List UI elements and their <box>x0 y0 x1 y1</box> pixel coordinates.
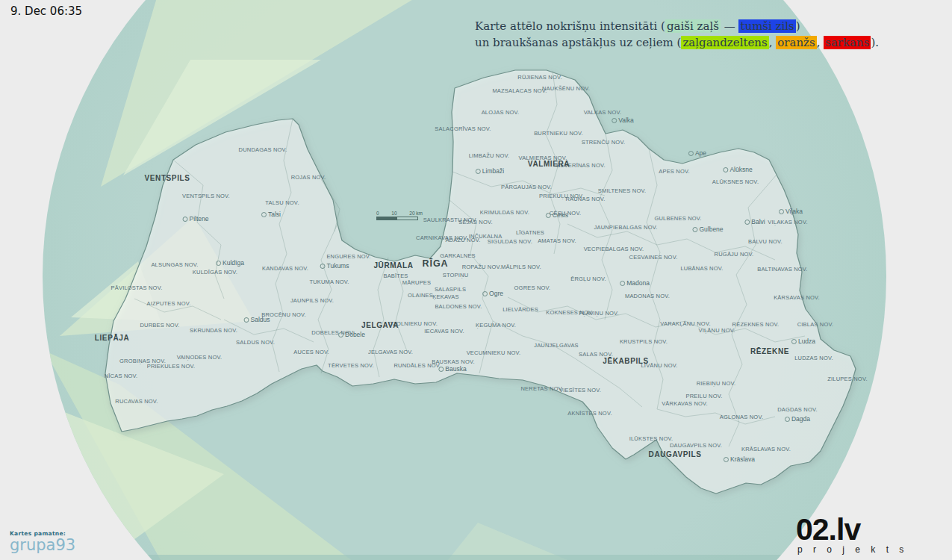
legend-line-2: un braukšanas apstākļus uz ceļiem (zaļga… <box>475 34 879 51</box>
legend-chip-light-green: gaiši zaļš <box>665 19 721 33</box>
scale-bar: 0 10 20 km <box>376 211 423 220</box>
legend-line-1: Karte attēlo nokrišņu intensitāti (gaiši… <box>475 18 879 34</box>
legend-chip-orange: oranžs <box>776 36 816 49</box>
legend-chip-yellow-green: zaļgandzeltens <box>681 36 768 49</box>
scale-bar-line <box>376 217 418 220</box>
scale-zero: 0 <box>376 211 379 216</box>
legend-text: ). <box>871 36 879 49</box>
scale-bar-numbers: 0 10 20 km <box>376 211 423 216</box>
logo-subtitle: p r o j e k t s <box>797 544 908 555</box>
legend-text: , <box>817 36 824 49</box>
legend-text: ) <box>796 19 800 33</box>
scale-twenty: 20 km <box>409 211 423 216</box>
legend-text: Karte attēlo nokrišņu intensitāti ( <box>475 19 665 33</box>
latvia-map <box>0 0 952 560</box>
credits-link-grupa93[interactable]: grupa93 <box>10 538 75 553</box>
legend-text: — <box>721 19 739 33</box>
legend-chip-dark-blue: tumši zils <box>738 19 795 33</box>
map-credits: Kartes pamatne: grupa93 <box>10 530 75 553</box>
legend: Karte attēlo nokrišņu intensitāti (gaiši… <box>475 18 879 51</box>
scale-ten: 10 <box>391 211 396 216</box>
project-logo[interactable]: 02.lv p r o j e k t s <box>796 517 908 555</box>
legend-text: un braukšanas apstākļus uz ceļiem ( <box>475 36 681 49</box>
legend-chip-red: sarkans <box>824 36 871 49</box>
scale-bar-segment <box>377 217 397 220</box>
logo-title: 02.lv <box>796 517 908 543</box>
legend-text: , <box>769 36 777 49</box>
weather-map-page: { "timestamp": "9. Dec 06:35", "legend":… <box>0 0 952 560</box>
timestamp: 9. Dec 06:35 <box>10 4 82 18</box>
